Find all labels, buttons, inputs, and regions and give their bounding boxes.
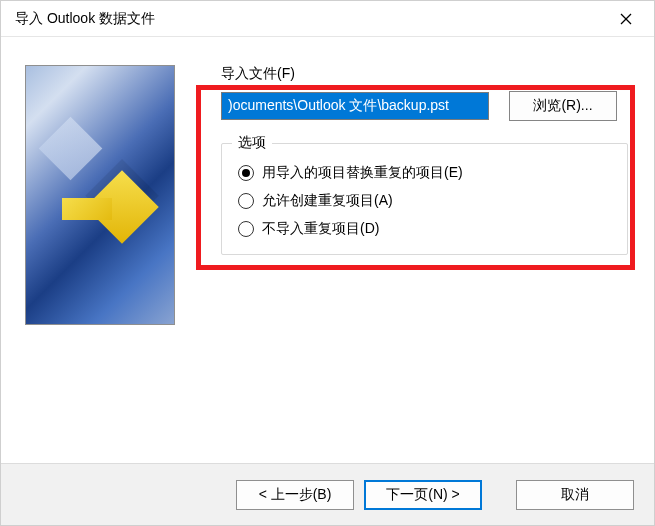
options-legend: 选项: [232, 134, 272, 152]
radio-label: 用导入的项目替换重复的项目(E): [262, 164, 463, 182]
radio-label: 不导入重复项目(D): [262, 220, 379, 238]
import-file-label: 导入文件(F): [221, 65, 632, 83]
wizard-left-pane: [25, 65, 195, 463]
next-button[interactable]: 下一页(N) >: [364, 480, 482, 510]
content-area: 导入文件(F) 浏览(R)... 选项 用导入的项目替换重复的项目(E) 允许创…: [1, 37, 654, 463]
close-icon: [620, 13, 632, 25]
cancel-button[interactable]: 取消: [516, 480, 634, 510]
radio-allow-duplicates[interactable]: 允许创建重复项目(A): [238, 192, 613, 210]
arrow-icon: [62, 198, 112, 220]
window-title: 导入 Outlook 数据文件: [15, 10, 606, 28]
radio-label: 允许创建重复项目(A): [262, 192, 393, 210]
wizard-footer: < 上一步(B) 下一页(N) > 取消: [1, 463, 654, 525]
file-path-input[interactable]: [221, 92, 489, 120]
browse-button[interactable]: 浏览(R)...: [509, 91, 617, 121]
radio-icon: [238, 193, 254, 209]
radio-replace-duplicates[interactable]: 用导入的项目替换重复的项目(E): [238, 164, 613, 182]
wizard-right-pane: 导入文件(F) 浏览(R)... 选项 用导入的项目替换重复的项目(E) 允许创…: [195, 65, 632, 463]
back-button[interactable]: < 上一步(B): [236, 480, 354, 510]
wizard-illustration: [25, 65, 175, 325]
file-row: 浏览(R)...: [221, 91, 632, 121]
radio-no-duplicates[interactable]: 不导入重复项目(D): [238, 220, 613, 238]
radio-icon: [238, 221, 254, 237]
close-button[interactable]: [606, 4, 646, 34]
dialog-window: 导入 Outlook 数据文件 导入文件(F) 浏览(R)... 选项: [0, 0, 655, 526]
options-fieldset: 选项 用导入的项目替换重复的项目(E) 允许创建重复项目(A) 不导入重复项目(…: [221, 143, 628, 255]
radio-icon: [238, 165, 254, 181]
titlebar: 导入 Outlook 数据文件: [1, 1, 654, 37]
